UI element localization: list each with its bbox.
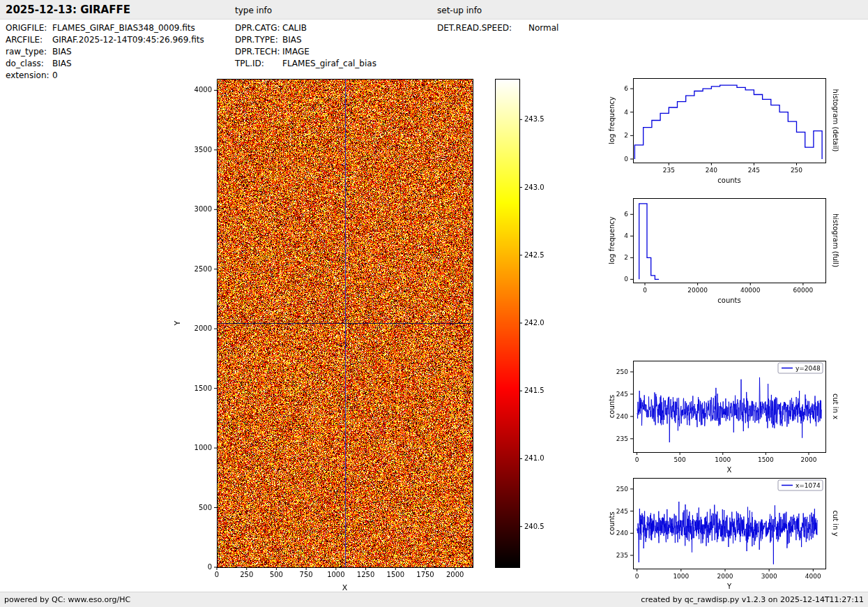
meta-label: DPR.CATG: xyxy=(235,23,280,33)
x-tick-label: 3000 xyxy=(761,573,777,580)
histogram-full-step-line xyxy=(639,204,659,280)
setup-info-header: set-up info xyxy=(437,6,482,15)
x-tick-label: 0 xyxy=(635,456,639,463)
y-tick-label: 2500 xyxy=(195,265,212,273)
meta-value: BIAS xyxy=(52,59,72,68)
y-tick-label: 1500 xyxy=(195,384,212,392)
meta-row-raw-type: raw_type: BIAS xyxy=(6,47,229,59)
x-tick-label: 40000 xyxy=(740,287,761,294)
meta-label: DPR.TECH: xyxy=(235,47,280,57)
histogram-detail-right-label: histogram (detail) xyxy=(832,89,839,152)
colorbar-tick-label: 242.5 xyxy=(524,251,545,259)
histogram-full-ylabel: log frequency xyxy=(608,216,616,264)
x-tick-label: 0 xyxy=(643,287,647,294)
meta-value: CALIB xyxy=(282,23,307,33)
y-tick-label: 2000 xyxy=(195,324,212,332)
meta-row-do-class: do_class: BIAS xyxy=(6,59,229,70)
colorbar-tick-label: 243.5 xyxy=(524,115,545,123)
meta-label: extension: xyxy=(6,70,50,80)
x-tick-label: 240 xyxy=(706,167,717,174)
meta-row-tpl-id: TPL.ID: FLAMES_giraf_cal_bias xyxy=(235,59,430,70)
meta-row-dpr-catg: DPR.CATG: CALIB xyxy=(235,23,430,35)
raw-image-ylabel: Y xyxy=(173,320,182,326)
colorbar-tick-label: 242.0 xyxy=(524,319,545,327)
legend-label: x=1074 xyxy=(795,482,821,489)
x-tick-label: 20000 xyxy=(687,287,708,294)
x-tick-label: 245 xyxy=(748,167,760,174)
x-tick-label: 1500 xyxy=(387,571,404,578)
y-tick-label: 240 xyxy=(616,530,628,537)
meta-label: raw_type: xyxy=(6,47,47,57)
cut-in-y-line xyxy=(637,502,818,564)
colorbar-tick-label: 243.0 xyxy=(524,183,545,191)
file-metadata: ORIGFILE: FLAMES_GIRAF_BIAS348_0009.fits… xyxy=(6,23,229,82)
setup-info-block: DET.READ.SPEED: Normal xyxy=(437,23,604,35)
meta-label: DPR.TYPE: xyxy=(235,35,278,45)
x-tick-label: 0 xyxy=(215,571,219,578)
x-tick-label: 500 xyxy=(674,456,686,463)
x-tick-label: 235 xyxy=(663,167,675,174)
meta-row-dpr-tech: DPR.TECH: IMAGE xyxy=(235,47,430,59)
cut-in-x-xlabel: X xyxy=(727,466,732,474)
y-tick-label: 4 xyxy=(624,232,628,239)
x-tick-label: 1000 xyxy=(327,571,344,578)
meta-value: FLAMES_GIRAF_BIAS348_0009.fits xyxy=(52,23,195,33)
y-tick-label: 235 xyxy=(616,552,628,559)
meta-value: BIAS xyxy=(282,35,302,45)
x-tick-label: 1750 xyxy=(416,571,434,578)
footer-qc-link[interactable]: powered by QC: www.eso.org/HC xyxy=(4,595,130,604)
histogram-detail-xlabel: counts xyxy=(717,177,740,184)
histogram-detail-frame xyxy=(634,79,826,163)
cut-in-y-right-label: cut in y xyxy=(832,510,839,536)
x-tick-label: 2000 xyxy=(717,573,733,580)
histogram-detail-ylabel: log frequency xyxy=(608,96,616,144)
y-tick-label: 3000 xyxy=(195,205,212,213)
y-tick-label: 250 xyxy=(616,486,628,493)
meta-label: DET.READ.SPEED: xyxy=(437,23,512,33)
meta-row-dpr-type: DPR.TYPE: BIAS xyxy=(235,35,430,47)
meta-value: Normal xyxy=(528,23,558,33)
y-tick-label: 6 xyxy=(624,211,628,218)
x-tick-label: 250 xyxy=(240,571,253,578)
y-tick-label: 0 xyxy=(624,276,628,283)
y-tick-label: 4000 xyxy=(195,86,212,93)
y-tick-label: 1000 xyxy=(195,444,212,451)
histogram-full-right-label: histogram (full) xyxy=(832,213,839,267)
meta-row-arcfile: ARCFILE: GIRAF.2025-12-14T09:45:26.969.f… xyxy=(6,35,229,47)
header-bar: 2025-12-13: GIRAFFE type info set-up inf… xyxy=(0,0,868,20)
y-tick-label: 240 xyxy=(616,413,628,420)
colorbar-tick-label: 240.5 xyxy=(524,523,545,530)
colorbar-tick-label: 241.0 xyxy=(524,454,545,462)
footer-created-by: created by qc_rawdisp.py v1.2.3 on 2025-… xyxy=(641,595,864,604)
x-tick-label: 1000 xyxy=(673,573,689,580)
y-tick-label: 500 xyxy=(199,504,212,511)
cut-in-y-ylabel: counts xyxy=(608,511,616,534)
meta-label: ARCFILE: xyxy=(6,35,43,45)
type-info-block: DPR.CATG: CALIB DPR.TYPE: BIAS DPR.TECH:… xyxy=(235,23,430,70)
x-tick-label: 250 xyxy=(791,167,802,174)
x-tick-label: 0 xyxy=(635,573,639,580)
legend-box xyxy=(778,363,823,373)
page-title: 2025-12-13: GIRAFFE xyxy=(6,3,130,16)
x-tick-label: 4000 xyxy=(805,573,821,580)
meta-value: FLAMES_giraf_cal_bias xyxy=(282,59,376,68)
meta-value: IMAGE xyxy=(282,47,310,57)
x-tick-label: 1000 xyxy=(715,456,731,463)
raw-image-display xyxy=(217,79,473,567)
x-tick-label: 1250 xyxy=(357,571,374,578)
colorbar-tick-label: 241.5 xyxy=(524,387,545,394)
y-tick-label: 4 xyxy=(624,109,628,116)
footer-bar: powered by QC: www.eso.org/HC created by… xyxy=(0,592,868,607)
x-tick-label: 2000 xyxy=(446,571,464,578)
meta-row-extension: extension: 0 xyxy=(6,70,229,82)
meta-label: ORIGFILE: xyxy=(6,23,47,33)
x-tick-label: 750 xyxy=(300,571,313,578)
cut-in-x-ylabel: counts xyxy=(608,395,616,418)
cut-in-y-xlabel: Y xyxy=(726,583,732,590)
cut-in-y-frame xyxy=(634,479,826,569)
cut-in-x-right-label: cut in x xyxy=(832,394,839,419)
cut-in-x-frame xyxy=(634,361,826,453)
histogram-full-xlabel: counts xyxy=(717,297,740,304)
y-tick-label: 0 xyxy=(624,156,628,163)
colorbar xyxy=(495,79,519,567)
